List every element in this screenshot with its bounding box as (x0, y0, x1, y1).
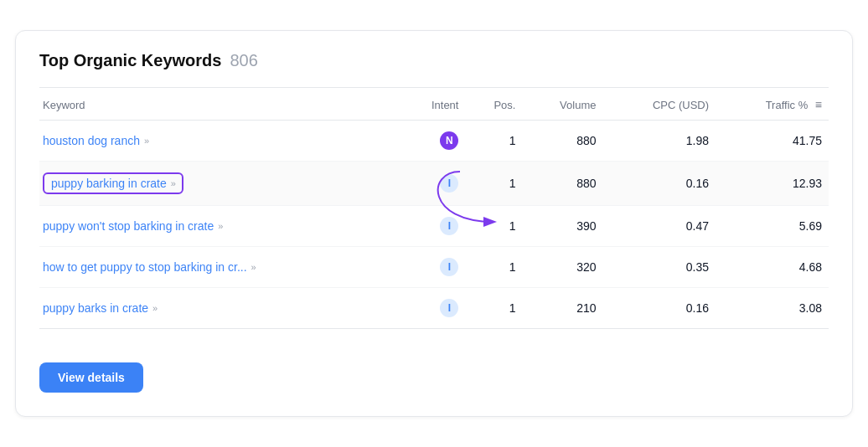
keyword-link[interactable]: how to get puppy to stop barking in cr..… (43, 260, 256, 274)
intent-cell: I (400, 206, 466, 247)
table-row: puppy barks in crate »I12100.163.08 (39, 288, 829, 329)
card-header: Top Organic Keywords 806 (39, 51, 829, 70)
table-row: puppy barking in crate»I18800.1612.93 (39, 162, 829, 206)
col-intent: Intent (400, 88, 466, 121)
intent-badge: I (440, 217, 458, 235)
table-row: houston dog ranch »N18801.9841.75 (39, 121, 829, 162)
keyword-link[interactable]: puppy won't stop barking in crate » (43, 219, 222, 233)
filter-icon[interactable]: ≡ (815, 98, 822, 111)
col-keyword: Keyword (39, 88, 400, 121)
intent-badge: I (440, 174, 458, 193)
table-row: how to get puppy to stop barking in cr..… (39, 247, 829, 288)
col-pos: Pos. (465, 88, 522, 121)
intent-badge: N (440, 131, 458, 150)
cpc-cell: 1.98 (602, 121, 716, 162)
table-header-row: Keyword Intent Pos. Volume CPC (USD) Tra… (39, 88, 829, 121)
top-organic-keywords-card: Top Organic Keywords 806 Keyword Intent … (15, 30, 853, 417)
keywords-table: Keyword Intent Pos. Volume CPC (USD) Tra… (39, 88, 829, 329)
table-row: puppy won't stop barking in crate »I1390… (39, 206, 829, 247)
card-title: Top Organic Keywords (39, 51, 221, 70)
traffic-cell: 4.68 (716, 247, 829, 288)
pos-cell: 1 (465, 162, 522, 206)
intent-cell: I (400, 288, 466, 329)
col-volume: Volume (522, 88, 602, 121)
highlighted-keyword: puppy barking in crate» (43, 172, 183, 194)
keyword-link[interactable]: puppy barking in crate» (43, 172, 183, 194)
cpc-cell: 0.35 (602, 247, 716, 288)
keyword-count: 806 (230, 51, 257, 70)
view-details-button[interactable]: View details (39, 362, 143, 393)
intent-cell: N (400, 121, 466, 162)
traffic-cell: 3.08 (716, 288, 829, 329)
pos-cell: 1 (465, 288, 522, 329)
intent-cell: I (400, 247, 466, 288)
chevron-icon: » (152, 303, 157, 313)
chevron-icon: » (251, 262, 256, 272)
volume-cell: 880 (522, 121, 602, 162)
col-traffic: Traffic % ≡ (716, 88, 829, 121)
volume-cell: 210 (522, 288, 602, 329)
traffic-cell: 41.75 (716, 121, 829, 162)
traffic-cell: 12.93 (716, 162, 829, 206)
intent-cell: I (400, 162, 466, 206)
volume-cell: 880 (522, 162, 602, 206)
cpc-cell: 0.47 (602, 206, 716, 247)
keyword-link[interactable]: houston dog ranch » (43, 134, 148, 147)
intent-badge: I (440, 299, 458, 317)
cpc-cell: 0.16 (602, 288, 716, 329)
volume-cell: 320 (522, 247, 602, 288)
col-cpc: CPC (USD) (602, 88, 716, 121)
pos-cell: 1 (465, 206, 522, 247)
keyword-link[interactable]: puppy barks in crate » (43, 301, 157, 315)
intent-badge: I (440, 258, 458, 276)
chevron-icon: » (144, 136, 148, 146)
chevron-icon: » (218, 221, 222, 231)
pos-cell: 1 (465, 247, 522, 288)
volume-cell: 390 (522, 206, 602, 247)
chevron-icon: » (171, 178, 175, 188)
pos-cell: 1 (465, 121, 522, 162)
cpc-cell: 0.16 (602, 162, 716, 206)
traffic-cell: 5.69 (716, 206, 829, 247)
